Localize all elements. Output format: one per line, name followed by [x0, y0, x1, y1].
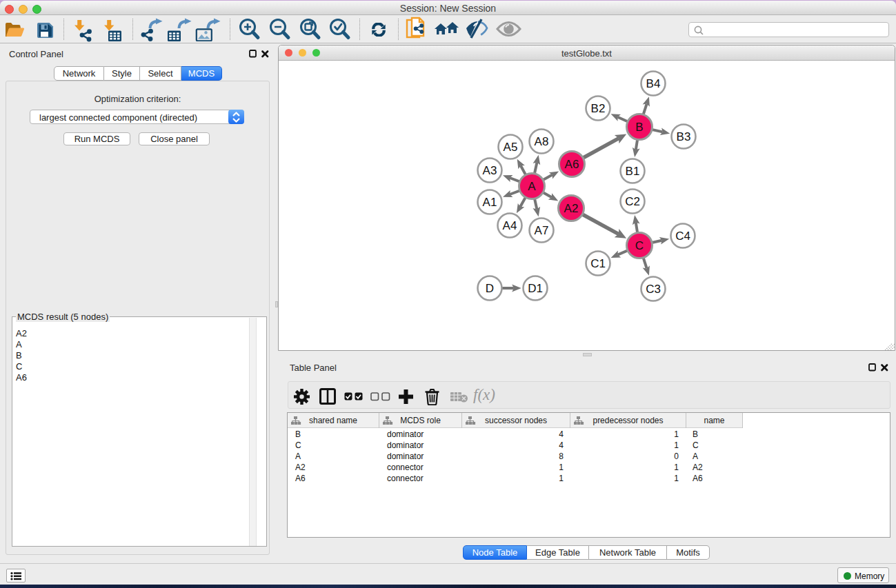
- svg-text:A8: A8: [535, 135, 549, 148]
- svg-text:C1: C1: [590, 257, 606, 270]
- svg-text:A1: A1: [483, 196, 497, 209]
- svg-text:B2: B2: [591, 102, 606, 115]
- svg-text:A2: A2: [564, 202, 579, 215]
- svg-text:A5: A5: [504, 141, 518, 154]
- svg-text:A6: A6: [565, 158, 579, 171]
- svg-text:C4: C4: [675, 230, 690, 243]
- svg-text:A4: A4: [503, 219, 517, 232]
- svg-text:B4: B4: [646, 77, 661, 90]
- svg-text:D: D: [486, 282, 494, 295]
- svg-text:D1: D1: [528, 282, 543, 295]
- svg-text:A3: A3: [483, 164, 497, 177]
- svg-text:A7: A7: [535, 224, 549, 237]
- svg-text:C2: C2: [625, 195, 640, 208]
- svg-text:B: B: [635, 121, 643, 134]
- svg-text:B1: B1: [626, 165, 640, 178]
- svg-text:A: A: [528, 180, 536, 193]
- svg-text:C: C: [635, 239, 644, 252]
- svg-text:B3: B3: [677, 130, 691, 143]
- svg-text:C3: C3: [646, 283, 661, 296]
